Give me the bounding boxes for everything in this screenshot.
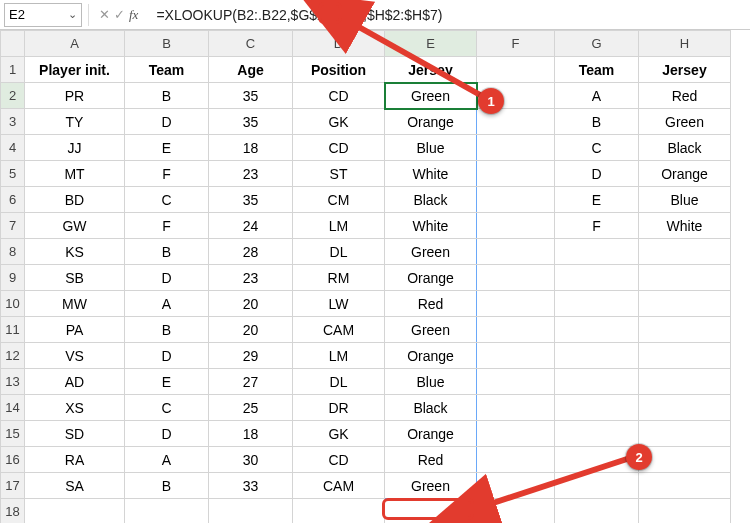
cell[interactable]: Orange	[639, 161, 731, 187]
cell[interactable]: Player init.	[25, 57, 125, 83]
cell[interactable]	[209, 499, 293, 524]
cell[interactable]	[477, 265, 555, 291]
cell[interactable]: Blue	[385, 135, 477, 161]
cell[interactable]	[639, 291, 731, 317]
cell[interactable]: Green	[385, 239, 477, 265]
cell[interactable]: A	[555, 83, 639, 109]
cell[interactable]: Green	[639, 109, 731, 135]
cell[interactable]	[639, 421, 731, 447]
row-header[interactable]: 16	[1, 447, 25, 473]
cell[interactable]: B	[555, 109, 639, 135]
cell[interactable]: Black	[385, 395, 477, 421]
cell[interactable]: D	[125, 109, 209, 135]
cell[interactable]: 23	[209, 161, 293, 187]
cell[interactable]: B	[125, 317, 209, 343]
cell[interactable]: 28	[209, 239, 293, 265]
col-header-E[interactable]: E	[385, 31, 477, 57]
cell[interactable]: DL	[293, 239, 385, 265]
row-header[interactable]: 3	[1, 109, 25, 135]
cell[interactable]: E	[555, 187, 639, 213]
cell[interactable]	[555, 239, 639, 265]
select-all-corner[interactable]	[1, 31, 25, 57]
cell[interactable]	[477, 291, 555, 317]
cell[interactable]: Jersey	[385, 57, 477, 83]
cell[interactable]: 30	[209, 447, 293, 473]
cell[interactable]: 35	[209, 83, 293, 109]
cell[interactable]	[639, 447, 731, 473]
cell[interactable]: 20	[209, 317, 293, 343]
cell[interactable]: DR	[293, 395, 385, 421]
cell[interactable]: A	[125, 291, 209, 317]
cell[interactable]: Orange	[385, 421, 477, 447]
row-header[interactable]: 2	[1, 83, 25, 109]
row-header[interactable]: 4	[1, 135, 25, 161]
cell[interactable]: Team	[125, 57, 209, 83]
cell[interactable]	[477, 239, 555, 265]
cell[interactable]: 20	[209, 291, 293, 317]
row-header[interactable]: 8	[1, 239, 25, 265]
cell[interactable]: White	[385, 213, 477, 239]
cell[interactable]	[477, 447, 555, 473]
cell[interactable]: RA	[25, 447, 125, 473]
cell[interactable]: LM	[293, 343, 385, 369]
cell[interactable]: Green	[385, 473, 477, 499]
cell[interactable]: SB	[25, 265, 125, 291]
cell[interactable]	[555, 343, 639, 369]
cell[interactable]	[477, 343, 555, 369]
cell[interactable]	[555, 395, 639, 421]
row-header[interactable]: 1	[1, 57, 25, 83]
cell[interactable]: LW	[293, 291, 385, 317]
cell[interactable]: CD	[293, 447, 385, 473]
cell[interactable]	[555, 421, 639, 447]
cell[interactable]: B	[125, 473, 209, 499]
cell[interactable]	[385, 499, 477, 524]
cell[interactable]	[555, 317, 639, 343]
cell[interactable]: Red	[639, 83, 731, 109]
cell[interactable]	[477, 161, 555, 187]
cell[interactable]: PA	[25, 317, 125, 343]
cell[interactable]	[477, 499, 555, 524]
cell[interactable]: VS	[25, 343, 125, 369]
cell[interactable]: F	[555, 213, 639, 239]
cell[interactable]	[477, 395, 555, 421]
cancel-icon[interactable]: ✕	[99, 7, 110, 22]
accept-icon[interactable]: ✓	[114, 7, 125, 22]
cell[interactable]	[293, 499, 385, 524]
cell[interactable]: DL	[293, 369, 385, 395]
cell[interactable]	[555, 499, 639, 524]
col-header-G[interactable]: G	[555, 31, 639, 57]
row-header[interactable]: 9	[1, 265, 25, 291]
cell[interactable]	[477, 57, 555, 83]
cell[interactable]: White	[385, 161, 477, 187]
cell[interactable]: LM	[293, 213, 385, 239]
cell[interactable]	[555, 265, 639, 291]
cell[interactable]: 35	[209, 187, 293, 213]
cell[interactable]	[639, 369, 731, 395]
cell[interactable]: White	[639, 213, 731, 239]
cell[interactable]: Orange	[385, 109, 477, 135]
cell[interactable]: F	[125, 213, 209, 239]
cell[interactable]	[477, 369, 555, 395]
cell[interactable]	[555, 473, 639, 499]
cell[interactable]: C	[555, 135, 639, 161]
cell[interactable]	[477, 317, 555, 343]
cell[interactable]	[477, 187, 555, 213]
grid-table[interactable]: A B C D E F G H 1 Player init. Team Age …	[0, 30, 731, 523]
name-box[interactable]: E2 ⌄	[4, 3, 82, 27]
col-header-H[interactable]: H	[639, 31, 731, 57]
cell[interactable]: B	[125, 239, 209, 265]
cell[interactable]	[555, 291, 639, 317]
cell[interactable]: GW	[25, 213, 125, 239]
row-header[interactable]: 14	[1, 395, 25, 421]
row-header[interactable]: 17	[1, 473, 25, 499]
active-cell[interactable]: Green	[385, 83, 477, 109]
cell[interactable]: Orange	[385, 343, 477, 369]
col-header-A[interactable]: A	[25, 31, 125, 57]
cell[interactable]: CM	[293, 187, 385, 213]
cell[interactable]: B	[125, 83, 209, 109]
fx-icon[interactable]: fx	[129, 7, 138, 23]
cell[interactable]: MW	[25, 291, 125, 317]
row-header[interactable]: 13	[1, 369, 25, 395]
cell[interactable]	[639, 317, 731, 343]
cell[interactable]: 27	[209, 369, 293, 395]
